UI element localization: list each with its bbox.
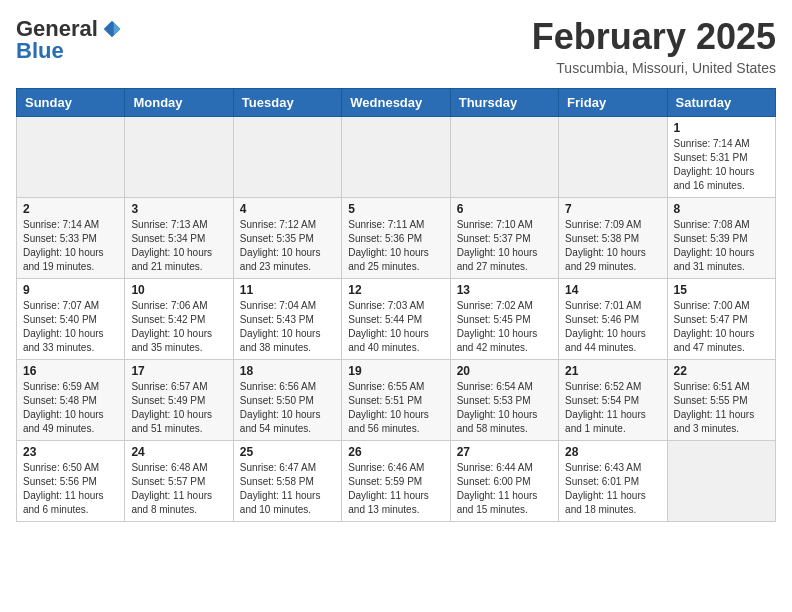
day-number: 7 bbox=[565, 202, 660, 216]
month-year-title: February 2025 bbox=[532, 16, 776, 58]
day-info: Sunrise: 7:08 AM Sunset: 5:39 PM Dayligh… bbox=[674, 218, 769, 274]
day-info: Sunrise: 6:51 AM Sunset: 5:55 PM Dayligh… bbox=[674, 380, 769, 436]
day-info: Sunrise: 6:56 AM Sunset: 5:50 PM Dayligh… bbox=[240, 380, 335, 436]
day-info: Sunrise: 6:57 AM Sunset: 5:49 PM Dayligh… bbox=[131, 380, 226, 436]
day-number: 5 bbox=[348, 202, 443, 216]
calendar-week-4: 16Sunrise: 6:59 AM Sunset: 5:48 PM Dayli… bbox=[17, 360, 776, 441]
day-number: 20 bbox=[457, 364, 552, 378]
svg-marker-1 bbox=[114, 22, 121, 35]
calendar-cell: 15Sunrise: 7:00 AM Sunset: 5:47 PM Dayli… bbox=[667, 279, 775, 360]
calendar-cell: 12Sunrise: 7:03 AM Sunset: 5:44 PM Dayli… bbox=[342, 279, 450, 360]
calendar-cell: 2Sunrise: 7:14 AM Sunset: 5:33 PM Daylig… bbox=[17, 198, 125, 279]
calendar-cell: 9Sunrise: 7:07 AM Sunset: 5:40 PM Daylig… bbox=[17, 279, 125, 360]
calendar-cell: 19Sunrise: 6:55 AM Sunset: 5:51 PM Dayli… bbox=[342, 360, 450, 441]
day-number: 15 bbox=[674, 283, 769, 297]
calendar-cell: 17Sunrise: 6:57 AM Sunset: 5:49 PM Dayli… bbox=[125, 360, 233, 441]
calendar-cell bbox=[233, 117, 341, 198]
calendar-cell: 14Sunrise: 7:01 AM Sunset: 5:46 PM Dayli… bbox=[559, 279, 667, 360]
day-info: Sunrise: 7:12 AM Sunset: 5:35 PM Dayligh… bbox=[240, 218, 335, 274]
day-number: 3 bbox=[131, 202, 226, 216]
day-info: Sunrise: 6:50 AM Sunset: 5:56 PM Dayligh… bbox=[23, 461, 118, 517]
calendar-cell: 1Sunrise: 7:14 AM Sunset: 5:31 PM Daylig… bbox=[667, 117, 775, 198]
calendar-cell bbox=[17, 117, 125, 198]
day-info: Sunrise: 7:09 AM Sunset: 5:38 PM Dayligh… bbox=[565, 218, 660, 274]
calendar-week-5: 23Sunrise: 6:50 AM Sunset: 5:56 PM Dayli… bbox=[17, 441, 776, 522]
day-info: Sunrise: 6:44 AM Sunset: 6:00 PM Dayligh… bbox=[457, 461, 552, 517]
day-info: Sunrise: 7:14 AM Sunset: 5:31 PM Dayligh… bbox=[674, 137, 769, 193]
calendar-week-3: 9Sunrise: 7:07 AM Sunset: 5:40 PM Daylig… bbox=[17, 279, 776, 360]
weekday-header-saturday: Saturday bbox=[667, 89, 775, 117]
weekday-header-friday: Friday bbox=[559, 89, 667, 117]
day-number: 2 bbox=[23, 202, 118, 216]
day-number: 21 bbox=[565, 364, 660, 378]
calendar-week-1: 1Sunrise: 7:14 AM Sunset: 5:31 PM Daylig… bbox=[17, 117, 776, 198]
day-number: 9 bbox=[23, 283, 118, 297]
day-number: 25 bbox=[240, 445, 335, 459]
calendar-cell: 11Sunrise: 7:04 AM Sunset: 5:43 PM Dayli… bbox=[233, 279, 341, 360]
day-number: 14 bbox=[565, 283, 660, 297]
calendar-cell bbox=[559, 117, 667, 198]
calendar-cell: 23Sunrise: 6:50 AM Sunset: 5:56 PM Dayli… bbox=[17, 441, 125, 522]
day-number: 16 bbox=[23, 364, 118, 378]
weekday-header-thursday: Thursday bbox=[450, 89, 558, 117]
day-info: Sunrise: 7:00 AM Sunset: 5:47 PM Dayligh… bbox=[674, 299, 769, 355]
day-info: Sunrise: 6:48 AM Sunset: 5:57 PM Dayligh… bbox=[131, 461, 226, 517]
calendar-cell: 27Sunrise: 6:44 AM Sunset: 6:00 PM Dayli… bbox=[450, 441, 558, 522]
day-info: Sunrise: 6:52 AM Sunset: 5:54 PM Dayligh… bbox=[565, 380, 660, 436]
day-info: Sunrise: 7:02 AM Sunset: 5:45 PM Dayligh… bbox=[457, 299, 552, 355]
day-info: Sunrise: 6:46 AM Sunset: 5:59 PM Dayligh… bbox=[348, 461, 443, 517]
calendar-cell bbox=[450, 117, 558, 198]
day-number: 27 bbox=[457, 445, 552, 459]
day-number: 8 bbox=[674, 202, 769, 216]
day-number: 13 bbox=[457, 283, 552, 297]
day-info: Sunrise: 7:07 AM Sunset: 5:40 PM Dayligh… bbox=[23, 299, 118, 355]
calendar-cell: 24Sunrise: 6:48 AM Sunset: 5:57 PM Dayli… bbox=[125, 441, 233, 522]
calendar-cell: 28Sunrise: 6:43 AM Sunset: 6:01 PM Dayli… bbox=[559, 441, 667, 522]
weekday-header-monday: Monday bbox=[125, 89, 233, 117]
weekday-header-row: SundayMondayTuesdayWednesdayThursdayFrid… bbox=[17, 89, 776, 117]
day-info: Sunrise: 7:04 AM Sunset: 5:43 PM Dayligh… bbox=[240, 299, 335, 355]
calendar-table: SundayMondayTuesdayWednesdayThursdayFrid… bbox=[16, 88, 776, 522]
calendar-cell: 13Sunrise: 7:02 AM Sunset: 5:45 PM Dayli… bbox=[450, 279, 558, 360]
day-info: Sunrise: 7:13 AM Sunset: 5:34 PM Dayligh… bbox=[131, 218, 226, 274]
day-number: 22 bbox=[674, 364, 769, 378]
calendar-cell: 25Sunrise: 6:47 AM Sunset: 5:58 PM Dayli… bbox=[233, 441, 341, 522]
logo-blue-text: Blue bbox=[16, 38, 64, 63]
logo: General Blue bbox=[16, 16, 122, 64]
calendar-cell: 22Sunrise: 6:51 AM Sunset: 5:55 PM Dayli… bbox=[667, 360, 775, 441]
day-number: 28 bbox=[565, 445, 660, 459]
calendar-cell: 4Sunrise: 7:12 AM Sunset: 5:35 PM Daylig… bbox=[233, 198, 341, 279]
calendar-cell bbox=[342, 117, 450, 198]
calendar-cell: 8Sunrise: 7:08 AM Sunset: 5:39 PM Daylig… bbox=[667, 198, 775, 279]
location-subtitle: Tuscumbia, Missouri, United States bbox=[532, 60, 776, 76]
day-number: 18 bbox=[240, 364, 335, 378]
weekday-header-tuesday: Tuesday bbox=[233, 89, 341, 117]
day-info: Sunrise: 6:54 AM Sunset: 5:53 PM Dayligh… bbox=[457, 380, 552, 436]
day-info: Sunrise: 7:11 AM Sunset: 5:36 PM Dayligh… bbox=[348, 218, 443, 274]
calendar-cell: 26Sunrise: 6:46 AM Sunset: 5:59 PM Dayli… bbox=[342, 441, 450, 522]
day-info: Sunrise: 6:55 AM Sunset: 5:51 PM Dayligh… bbox=[348, 380, 443, 436]
day-info: Sunrise: 7:01 AM Sunset: 5:46 PM Dayligh… bbox=[565, 299, 660, 355]
title-block: February 2025 Tuscumbia, Missouri, Unite… bbox=[532, 16, 776, 76]
day-number: 1 bbox=[674, 121, 769, 135]
calendar-week-2: 2Sunrise: 7:14 AM Sunset: 5:33 PM Daylig… bbox=[17, 198, 776, 279]
day-number: 19 bbox=[348, 364, 443, 378]
day-number: 23 bbox=[23, 445, 118, 459]
day-info: Sunrise: 7:14 AM Sunset: 5:33 PM Dayligh… bbox=[23, 218, 118, 274]
calendar-cell: 7Sunrise: 7:09 AM Sunset: 5:38 PM Daylig… bbox=[559, 198, 667, 279]
day-number: 11 bbox=[240, 283, 335, 297]
day-number: 6 bbox=[457, 202, 552, 216]
calendar-cell bbox=[125, 117, 233, 198]
weekday-header-sunday: Sunday bbox=[17, 89, 125, 117]
day-number: 10 bbox=[131, 283, 226, 297]
day-info: Sunrise: 7:03 AM Sunset: 5:44 PM Dayligh… bbox=[348, 299, 443, 355]
day-info: Sunrise: 6:47 AM Sunset: 5:58 PM Dayligh… bbox=[240, 461, 335, 517]
calendar-cell: 16Sunrise: 6:59 AM Sunset: 5:48 PM Dayli… bbox=[17, 360, 125, 441]
weekday-header-wednesday: Wednesday bbox=[342, 89, 450, 117]
calendar-cell: 5Sunrise: 7:11 AM Sunset: 5:36 PM Daylig… bbox=[342, 198, 450, 279]
calendar-cell: 3Sunrise: 7:13 AM Sunset: 5:34 PM Daylig… bbox=[125, 198, 233, 279]
calendar-cell: 21Sunrise: 6:52 AM Sunset: 5:54 PM Dayli… bbox=[559, 360, 667, 441]
day-info: Sunrise: 7:10 AM Sunset: 5:37 PM Dayligh… bbox=[457, 218, 552, 274]
day-number: 17 bbox=[131, 364, 226, 378]
logo-icon bbox=[102, 19, 122, 39]
